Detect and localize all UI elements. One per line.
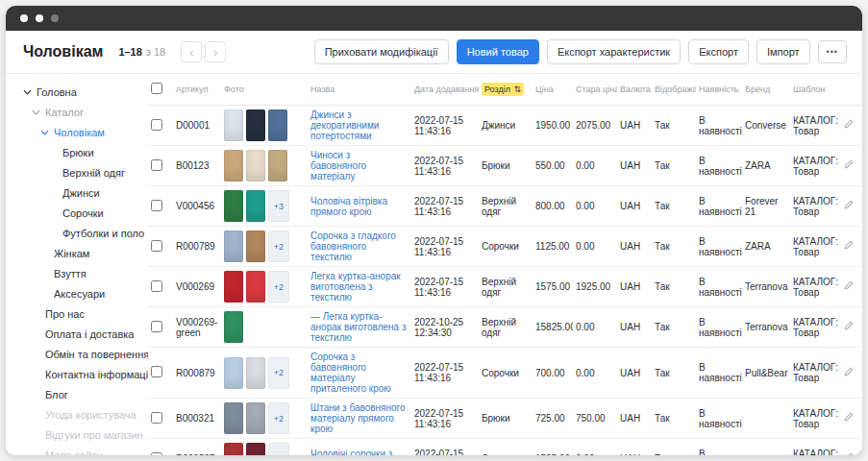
sidebar-item[interactable]: Оплата і доставка <box>23 324 144 344</box>
sidebar-item[interactable]: Футболки и поло <box>23 223 144 243</box>
product-thumbnail[interactable] <box>224 230 243 262</box>
product-name-link[interactable]: Джинси з декоративними потертостями <box>310 109 379 141</box>
export-button[interactable]: Експорт <box>688 39 749 64</box>
sidebar-item[interactable]: Жінкам <box>23 243 144 263</box>
row-checkbox[interactable] <box>151 240 162 252</box>
edit-button[interactable] <box>843 118 855 133</box>
product-thumbnail[interactable] <box>224 402 243 434</box>
product-thumbnail[interactable] <box>246 443 265 455</box>
cell-article: R000587 <box>173 439 221 456</box>
sidebar-item[interactable]: Про нас <box>23 303 144 324</box>
edit-button[interactable] <box>843 158 855 173</box>
row-checkbox[interactable] <box>151 452 162 456</box>
sidebar-item[interactable]: Аксесуари <box>23 283 144 303</box>
product-thumbnail[interactable] <box>246 109 265 141</box>
product-name-link[interactable]: Чоловіча вітрівка прямого крою <box>310 196 387 217</box>
product-thumbnail[interactable] <box>224 311 243 343</box>
product-thumbnail[interactable] <box>246 357 265 389</box>
edit-button[interactable] <box>843 199 855 213</box>
photo-count-badge[interactable]: +3 <box>268 190 289 222</box>
product-name-link[interactable]: Сорочка з гладкого бавовняного текстилю <box>310 230 396 262</box>
cell-price: 1125.00 <box>533 227 573 267</box>
column-header-brand[interactable]: Бренд <box>742 74 790 106</box>
product-thumbnail[interactable] <box>246 402 265 434</box>
column-header-display[interactable]: Відображати <box>652 74 696 106</box>
product-thumbnail[interactable] <box>224 109 243 141</box>
edit-button[interactable] <box>843 239 855 254</box>
edit-button[interactable] <box>843 320 855 334</box>
sidebar-item[interactable]: Джинси <box>23 182 144 203</box>
product-thumbnail[interactable] <box>268 150 287 182</box>
column-header-old-price[interactable]: Стара ціна <box>573 74 617 106</box>
more-actions-button[interactable]: ••• <box>818 40 847 63</box>
export-characteristics-button[interactable]: Експорт характеристик <box>547 39 681 64</box>
product-name-link[interactable]: — Легка куртка-анорак виготовлена з текс… <box>310 311 407 343</box>
photo-count-badge[interactable]: +2 <box>268 357 289 389</box>
sidebar-item[interactable]: Угода користувача <box>23 404 144 425</box>
sidebar-item[interactable]: Головна <box>23 82 144 102</box>
product-name-link[interactable]: Сорочка з бавовняного матеріалу притален… <box>310 352 391 394</box>
column-header-article[interactable]: Артикул <box>173 74 221 106</box>
product-thumbnail[interactable] <box>224 271 243 303</box>
sidebar-item[interactable]: Обмін та повернення <box>23 344 144 364</box>
product-thumbnail[interactable] <box>246 190 265 222</box>
product-thumbnail[interactable] <box>246 230 265 262</box>
row-checkbox[interactable] <box>151 321 162 332</box>
column-header-name[interactable]: Назва <box>308 74 411 106</box>
pager: ‹ › <box>181 41 226 62</box>
column-header-currency[interactable]: Валюта <box>617 74 652 106</box>
sidebar-item[interactable]: Каталог <box>23 102 144 122</box>
column-header-availability[interactable]: Наявність <box>696 74 742 106</box>
hide-modifications-button[interactable]: Приховати модифікації <box>314 39 449 64</box>
column-header-photo[interactable]: Фото <box>221 74 308 106</box>
row-checkbox[interactable] <box>151 366 162 377</box>
photo-count-badge[interactable]: +2 <box>268 402 289 434</box>
sidebar-item[interactable]: Відгуки про магазин <box>23 425 144 445</box>
product-name-link[interactable]: Штани з бавовняного матеріалу прямого кр… <box>310 402 406 434</box>
product-name-link[interactable]: Чоловічі сорочки з легкого текстилю <box>310 449 392 456</box>
row-checkbox[interactable] <box>151 412 162 424</box>
prev-page-button[interactable]: ‹ <box>181 41 202 62</box>
import-button[interactable]: Імпорт <box>756 39 810 64</box>
column-header-date-added[interactable]: Дата додавання <box>411 74 479 106</box>
product-thumbnail[interactable] <box>224 150 243 182</box>
product-thumbnail[interactable] <box>224 357 243 389</box>
row-checkbox[interactable] <box>151 119 162 131</box>
column-header-template[interactable]: Шаблон <box>790 74 842 106</box>
sidebar-item[interactable]: Брюки <box>23 142 144 162</box>
sidebar-item[interactable]: Контактна інформація <box>23 364 144 384</box>
edit-button[interactable] <box>843 366 855 380</box>
edit-button[interactable] <box>843 279 855 294</box>
row-checkbox[interactable] <box>151 159 162 171</box>
product-name-link[interactable]: Легка куртка-анорак виготовлена з тексти… <box>310 271 401 303</box>
cell-price: 1525.00 <box>533 439 573 456</box>
product-name-link[interactable]: Чиноси з бавовняного матеріалу <box>310 150 366 182</box>
product-thumbnail[interactable] <box>224 190 243 222</box>
product-thumbnail[interactable] <box>224 443 243 455</box>
edit-button[interactable] <box>843 411 855 425</box>
photo-count-badge[interactable]: +2 <box>268 230 289 262</box>
product-thumbnail[interactable] <box>246 150 265 182</box>
product-thumbnail[interactable] <box>246 271 265 303</box>
column-header-section[interactable]: Розділ ⇅ <box>479 74 533 106</box>
sidebar-item[interactable]: Мапа сайту <box>23 445 144 455</box>
next-page-button[interactable]: › <box>205 41 226 62</box>
sidebar-item[interactable]: Верхній одяг <box>23 162 144 182</box>
row-checkbox[interactable] <box>151 280 162 292</box>
sidebar-item[interactable]: Блог <box>23 384 144 404</box>
row-checkbox[interactable] <box>151 200 162 211</box>
column-header-price[interactable]: Ціна <box>533 74 573 106</box>
product-thumbnail[interactable] <box>268 109 287 141</box>
window-close-button[interactable] <box>20 14 28 22</box>
sidebar-item[interactable]: Взуття <box>23 263 144 283</box>
window-zoom-button[interactable] <box>51 14 59 22</box>
sidebar-item[interactable]: Чоловікам <box>23 122 144 142</box>
select-all-checkbox[interactable] <box>151 83 162 94</box>
window-minimize-button[interactable] <box>36 14 43 22</box>
edit-button[interactable] <box>843 451 855 455</box>
photo-count-badge[interactable]: +2 <box>268 271 289 303</box>
photo-count-badge[interactable]: +2 <box>268 443 289 455</box>
sidebar-item[interactable]: Сорочки <box>23 203 144 223</box>
sort-icon[interactable]: ⇅ <box>513 85 521 94</box>
new-product-button[interactable]: Новий товар <box>457 39 539 64</box>
